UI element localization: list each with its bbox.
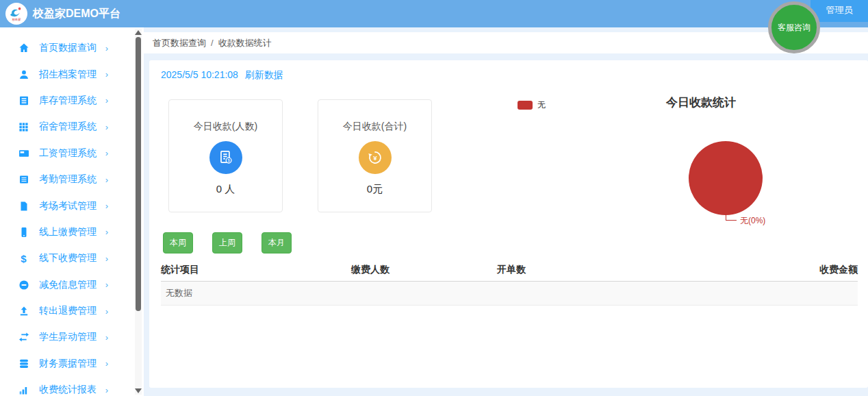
app-header: 校盈家 校盈家DEMO平台 管理员	[0, 0, 868, 27]
admin-menu-button[interactable]: 管理员	[810, 0, 868, 22]
sidebar-item-online-payment[interactable]: 线上缴费管理 ›	[0, 219, 144, 245]
chevron-right-icon: ›	[105, 227, 108, 237]
svg-text:校盈家: 校盈家	[12, 18, 22, 21]
upload-icon	[18, 306, 29, 317]
scroll-down-icon[interactable]	[135, 388, 142, 393]
sidebar-item-label: 考场考试管理	[39, 200, 97, 212]
svg-text:¥: ¥	[373, 154, 377, 162]
filter-button-this-week[interactable]: 本周	[163, 232, 193, 253]
column-header-stat-item: 统计项目	[161, 262, 351, 282]
notebook-icon	[18, 174, 29, 186]
filter-button-row: 本周 上周 本月	[163, 232, 311, 253]
breadcrumb-current: 收款数据统计	[218, 37, 272, 49]
minus-circle-icon	[18, 279, 29, 290]
file-icon	[18, 200, 29, 212]
sidebar-item-admissions-archive[interactable]: 招生档案管理 ›	[0, 61, 144, 87]
sidebar-scrollbar[interactable]	[135, 29, 142, 395]
grid-icon	[18, 121, 29, 133]
sidebar-item-label: 线上缴费管理	[39, 226, 97, 238]
column-header-payer-count: 缴费人数	[351, 262, 497, 282]
receipt-money-icon: $	[209, 141, 242, 174]
sidebar-item-label: 宿舍管理系统	[39, 121, 97, 133]
sidebar-item-salary-system[interactable]: 工资管理系统 ›	[0, 140, 144, 166]
ledger-icon	[18, 95, 29, 106]
sidebar-item-label: 首页数据查询	[39, 42, 97, 54]
chevron-right-icon: ›	[105, 122, 108, 132]
sidebar-item-label: 招生档案管理	[39, 69, 97, 81]
sidebar-item-label: 收费统计报表	[39, 384, 97, 396]
sidebar: 首页数据查询 › 招生档案管理 › 库存管理系统 › 宿舍管理系统 › 工资管理…	[0, 27, 144, 396]
scroll-up-icon[interactable]	[135, 30, 142, 35]
content-card: 2025/5/5 10:21:08 刷新数据 今日收款(人数) $ 0 人 今日…	[149, 60, 868, 388]
pie-slice[interactable]	[689, 141, 763, 215]
filter-button-last-week[interactable]: 上周	[212, 232, 242, 253]
sidebar-item-exam-management[interactable]: 考场考试管理 ›	[0, 193, 144, 219]
logo-figure-icon: 校盈家	[8, 5, 25, 23]
empty-data-text: 无数据	[161, 282, 858, 306]
pie-label-line	[726, 208, 726, 220]
user-icon	[18, 69, 29, 80]
stat-card-value: 0 人	[169, 183, 282, 196]
sidebar-item-attendance-system[interactable]: 考勤管理系统 ›	[0, 166, 144, 193]
stat-card-title: 今日收款(合计)	[318, 121, 431, 133]
chart-legend-item[interactable]: 无	[518, 99, 546, 111]
app-logo: 校盈家	[5, 3, 27, 25]
breadcrumb-separator: /	[211, 38, 214, 48]
sidebar-item-label: 减免信息管理	[39, 279, 97, 291]
app-title: 校盈家DEMO平台	[33, 0, 120, 27]
sidebar-item-label: 工资管理系统	[39, 147, 97, 160]
sidebar-item-label: 财务票据管理	[39, 358, 97, 370]
sidebar-item-waiver-info[interactable]: 减免信息管理 ›	[0, 272, 144, 298]
chevron-right-icon: ›	[105, 385, 108, 395]
data-timestamp: 2025/5/5 10:21:08	[161, 69, 238, 80]
chevron-right-icon: ›	[105, 201, 108, 211]
sidebar-item-label: 线下收费管理	[39, 252, 97, 264]
sidebar-item-finance-invoice[interactable]: 财务票据管理 ›	[0, 351, 144, 377]
chevron-right-icon: ›	[105, 358, 108, 369]
home-icon	[18, 42, 29, 54]
chevron-right-icon: ›	[105, 148, 108, 158]
sidebar-item-offline-payment[interactable]: $ 线下收费管理 ›	[0, 245, 144, 271]
chevron-right-icon: ›	[105, 175, 108, 185]
customer-service-button[interactable]: 客服咨询	[768, 1, 820, 53]
sidebar-nav: 首页数据查询 › 招生档案管理 › 库存管理系统 › 宿舍管理系统 › 工资管理…	[0, 27, 144, 396]
sidebar-item-home-data-query[interactable]: 首页数据查询 ›	[0, 35, 144, 61]
dollar-icon: $	[18, 253, 29, 264]
column-header-order-count: 开单数	[497, 262, 748, 282]
bar-chart-icon	[18, 384, 29, 396]
chevron-right-icon: ›	[105, 95, 108, 106]
legend-label: 无	[537, 99, 546, 111]
credit-card-icon	[18, 147, 29, 159]
legend-swatch	[518, 101, 533, 110]
filter-button-this-month[interactable]: 本月	[261, 232, 292, 253]
mobile-icon	[18, 226, 29, 238]
refresh-yen-icon: ¥	[359, 141, 392, 174]
chevron-right-icon: ›	[105, 43, 108, 53]
table-empty-row: 无数据	[161, 282, 858, 306]
scrollbar-thumb[interactable]	[136, 37, 141, 311]
sidebar-item-dormitory-system[interactable]: 宿舍管理系统 ›	[0, 114, 144, 140]
breadcrumb-parent[interactable]: 首页数据查询	[153, 37, 206, 49]
chart-title: 今日收款统计	[633, 95, 769, 110]
stat-card-today-payers: 今日收款(人数) $ 0 人	[168, 99, 283, 212]
chevron-right-icon: ›	[105, 280, 108, 290]
exchange-icon	[18, 332, 29, 343]
sidebar-item-label: 转出退费管理	[39, 305, 97, 317]
sidebar-item-label: 库存管理系统	[39, 95, 97, 107]
sidebar-item-transfer-refund[interactable]: 转出退费管理 ›	[0, 298, 144, 324]
refresh-row: 2025/5/5 10:21:08 刷新数据	[161, 69, 283, 82]
refresh-data-link[interactable]: 刷新数据	[245, 69, 283, 80]
sidebar-item-label: 学生异动管理	[39, 331, 97, 343]
chevron-right-icon: ›	[105, 69, 108, 79]
chevron-right-icon: ›	[105, 253, 108, 264]
stat-card-title: 今日收款(人数)	[169, 121, 282, 133]
sidebar-item-inventory-system[interactable]: 库存管理系统 ›	[0, 88, 144, 114]
chevron-right-icon: ›	[105, 306, 108, 317]
chevron-right-icon: ›	[105, 332, 108, 343]
statistics-table: 统计项目 缴费人数 开单数 收费金额 无数据	[161, 262, 858, 306]
sidebar-item-fee-report[interactable]: 收费统计报表 ›	[0, 377, 144, 396]
pie-label-line	[726, 220, 737, 221]
stat-card-value: 0元	[318, 183, 431, 196]
pie-slice-label: 无(0%)	[740, 215, 765, 227]
sidebar-item-student-movement[interactable]: 学生异动管理 ›	[0, 324, 144, 350]
